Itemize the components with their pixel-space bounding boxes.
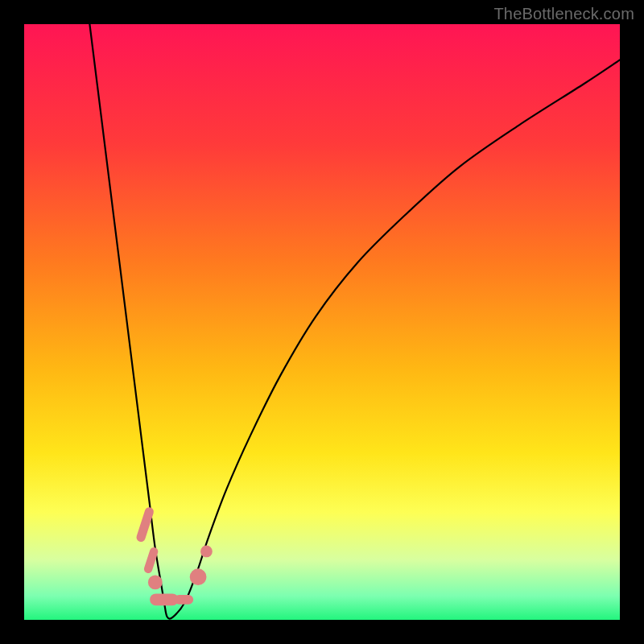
plot-area (24, 24, 620, 620)
marker-dot (190, 568, 207, 585)
watermark-text: TheBottleneck.com (493, 5, 634, 23)
bottleneck-curve (24, 24, 620, 620)
markers-group (135, 506, 213, 605)
marker-dot (148, 576, 163, 590)
marker-pill (174, 595, 193, 605)
curve-path (89, 24, 620, 619)
marker-dot (200, 546, 213, 558)
chart-frame: TheBottleneck.com (0, 0, 644, 644)
marker-pill (150, 593, 179, 605)
